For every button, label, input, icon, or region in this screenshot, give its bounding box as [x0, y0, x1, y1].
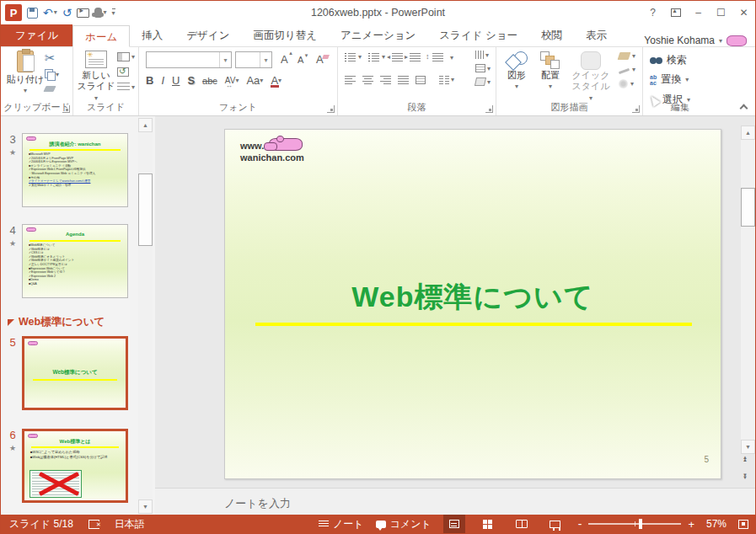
scroll-down-button[interactable]: ▼: [741, 440, 755, 454]
slide-title-text[interactable]: Web標準について: [225, 278, 721, 317]
text-shadow-button[interactable]: S: [187, 74, 195, 87]
layout-button[interactable]: ▾: [117, 52, 135, 61]
new-slide-button[interactable]: 新しい スライド ▾: [77, 51, 115, 104]
tab-design[interactable]: デザイン: [174, 24, 241, 46]
bold-button[interactable]: B: [146, 74, 153, 87]
thumbnail-slide-5[interactable]: 5 Web標準について: [1, 336, 136, 412]
decrease-font-size-button[interactable]: A: [298, 55, 303, 65]
collapse-ribbon-button[interactable]: [740, 104, 747, 110]
text-direction-button[interactable]: ▾: [475, 51, 489, 59]
scroll-up-button[interactable]: ▲: [741, 125, 755, 140]
chevron-down-icon[interactable]: ▾: [450, 54, 453, 61]
distribute-text-button[interactable]: [416, 76, 426, 84]
slide-divider-line[interactable]: [255, 323, 692, 326]
shape-effects-button[interactable]: ▾: [619, 79, 635, 88]
format-painter-button[interactable]: [43, 86, 56, 92]
font-size-combo[interactable]: ▾: [235, 51, 272, 68]
justify-button[interactable]: [398, 76, 409, 84]
normal-view-button[interactable]: [443, 515, 465, 533]
start-slideshow-button[interactable]: [77, 8, 89, 18]
align-right-button[interactable]: [380, 76, 391, 84]
tab-transitions[interactable]: 画面切り替え: [241, 24, 329, 46]
scroll-down-button[interactable]: ▼: [138, 499, 153, 514]
cut-button[interactable]: ✂: [45, 52, 56, 64]
align-left-button[interactable]: [345, 76, 356, 84]
close-button[interactable]: ✕: [732, 1, 755, 24]
notes-pane[interactable]: ノートを入力: [155, 488, 756, 516]
slideshow-view-button[interactable]: [544, 515, 566, 533]
dialog-launcher-icon[interactable]: [485, 105, 493, 113]
character-spacing-button[interactable]: AV▾: [225, 76, 239, 85]
chevron-down-icon[interactable]: ▾: [260, 52, 271, 67]
scrollbar-thumb[interactable]: [741, 188, 755, 227]
tab-insert[interactable]: 挿入: [130, 24, 174, 46]
tab-slideshow[interactable]: スライド ショー: [427, 24, 529, 46]
shape-fill-button[interactable]: ▾: [619, 52, 635, 60]
zoom-level[interactable]: 57%: [706, 518, 727, 530]
thumbnail-slide-4[interactable]: 4 ★ Agenda ■Web標準について ✓Web標準とは ✓CSSとは ✓W…: [1, 224, 136, 300]
convert-smartart-button[interactable]: ▾: [475, 77, 491, 86]
next-slide-button[interactable]: ▼▼: [743, 473, 748, 480]
minimize-button[interactable]: –: [687, 1, 710, 24]
zoom-in-button[interactable]: +: [688, 518, 694, 531]
spell-check-icon[interactable]: [88, 520, 99, 529]
comments-toggle-button[interactable]: コメント: [376, 517, 432, 531]
numbering-button[interactable]: ▾: [368, 53, 385, 61]
zoom-slider[interactable]: [588, 523, 681, 525]
change-case-button[interactable]: Aa▾: [246, 74, 263, 87]
slide-sorter-view-button[interactable]: [477, 515, 499, 533]
ribbon-display-options-button[interactable]: [664, 1, 687, 24]
save-button[interactable]: [27, 8, 38, 19]
slide-editor-canvas[interactable]: www. wanichan.com Web標準について 5 ▲ ▼ ▲▲ ▼▼: [155, 116, 756, 488]
slide-thumbnail[interactable]: Agenda ■Web標準について ✓Web標準とは ✓CSSとは ✓Web標準…: [22, 224, 128, 298]
find-button[interactable]: 検索: [650, 53, 687, 67]
slide-thumbnail-selected[interactable]: Web標準とは ■W3Cによって定められた規格 ■Webは構造体(HTML)と書…: [22, 429, 128, 503]
scroll-up-button[interactable]: ▲: [138, 118, 153, 132]
decrease-indent-button[interactable]: [392, 53, 403, 61]
italic-button[interactable]: I: [161, 74, 164, 87]
canvas-scrollbar[interactable]: ▲ ▼: [741, 125, 755, 454]
chevron-down-icon[interactable]: ▾: [219, 52, 231, 67]
increase-font-size-button[interactable]: A: [281, 53, 288, 66]
slide-thumbnail-selected[interactable]: Web標準について: [22, 336, 128, 410]
reading-view-button[interactable]: [511, 515, 533, 533]
current-slide[interactable]: www. wanichan.com Web標準について 5: [224, 129, 721, 479]
bullets-button[interactable]: ▾: [345, 53, 362, 61]
tab-file[interactable]: ファイル: [1, 24, 72, 46]
shape-outline-button[interactable]: ▾: [619, 66, 635, 73]
previous-slide-button[interactable]: ▲▲: [743, 456, 748, 462]
paste-button[interactable]: 貼り付け ▾: [6, 51, 45, 96]
underline-button[interactable]: U: [172, 74, 180, 87]
clear-formatting-button[interactable]: A: [316, 53, 324, 66]
copy-button[interactable]: ▾: [45, 69, 59, 79]
tab-review[interactable]: 校閲: [529, 24, 574, 46]
font-name-combo[interactable]: ▾: [146, 51, 232, 68]
dialog-launcher-icon[interactable]: [632, 105, 640, 113]
maximize-button[interactable]: ☐: [710, 1, 732, 24]
customize-qat-button[interactable]: ▾: [112, 8, 115, 17]
notes-placeholder[interactable]: ノートを入力: [224, 496, 291, 511]
touch-mode-button[interactable]: ▾: [94, 8, 106, 18]
thumbnail-slide-6[interactable]: 6 ★ Web標準とは ■W3Cによって定められた規格 ■Webは構造体(HTM…: [1, 429, 136, 505]
scrollbar-thumb[interactable]: [138, 174, 153, 246]
replace-button[interactable]: abac 置換 ▾: [650, 72, 689, 87]
dialog-launcher-icon[interactable]: [327, 105, 335, 113]
tab-animations[interactable]: アニメーション: [329, 24, 427, 46]
dialog-launcher-icon[interactable]: [62, 105, 70, 113]
quick-styles-button[interactable]: クイック スタイル ▾: [569, 51, 613, 104]
align-center-button[interactable]: [362, 76, 373, 84]
align-text-button[interactable]: ▾: [475, 64, 491, 72]
language-indicator[interactable]: 日本語: [115, 517, 145, 531]
increase-indent-button[interactable]: [410, 53, 421, 61]
line-spacing-button[interactable]: [432, 53, 443, 61]
reset-slide-button[interactable]: [117, 67, 129, 77]
zoom-out-button[interactable]: -: [578, 517, 582, 531]
help-button[interactable]: ?: [641, 1, 664, 24]
redo-button[interactable]: ↺: [62, 7, 72, 19]
font-color-button[interactable]: A▾: [271, 74, 281, 87]
tab-home[interactable]: ホーム: [72, 25, 130, 47]
tab-view[interactable]: 表示: [574, 24, 619, 46]
shapes-button[interactable]: 図形 ▾: [501, 51, 532, 92]
notes-toggle-button[interactable]: ノート: [319, 517, 364, 531]
columns-button[interactable]: ▾: [439, 76, 454, 84]
